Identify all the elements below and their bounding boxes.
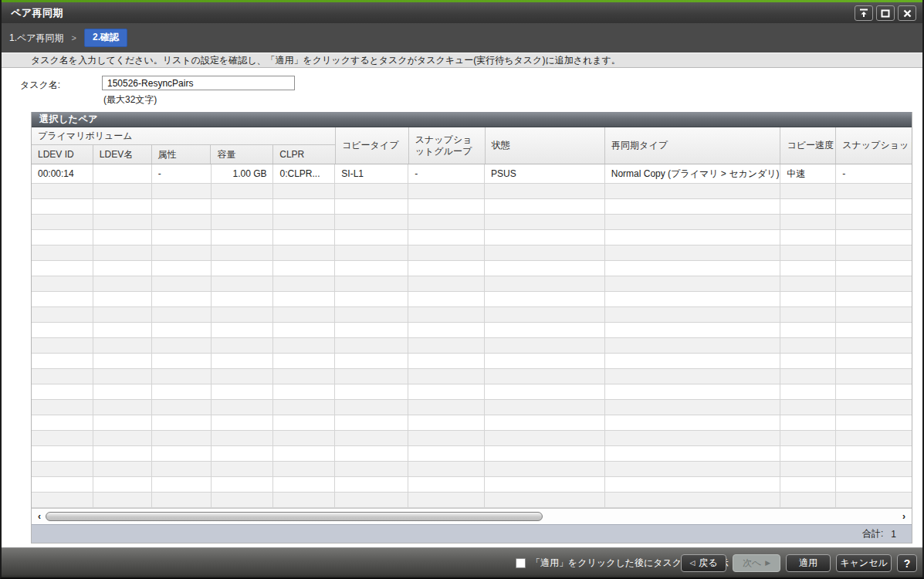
table-cell [408, 415, 485, 431]
table-cell [335, 199, 408, 215]
task-name-input[interactable] [102, 76, 295, 90]
table-row[interactable]: 00:00:14-1.00 GB0:CLPR...SI-L1-PSUSNorma… [32, 164, 912, 184]
table-cell [408, 477, 485, 493]
table-cell [273, 199, 335, 215]
horizontal-scrollbar[interactable]: ‹ › [32, 508, 912, 524]
table-cell [335, 431, 408, 446]
scroll-left-arrow[interactable]: ‹ [35, 511, 44, 522]
col-resync-type[interactable]: 再同期タイプ [605, 127, 780, 164]
table-cell [273, 307, 335, 323]
table-cell [32, 384, 93, 400]
table-cell [605, 230, 781, 245]
col-attribute[interactable]: 属性 [152, 145, 212, 164]
table-cell [93, 230, 152, 245]
table-cell [836, 245, 912, 261]
col-ldev-id[interactable]: LDEV ID [32, 145, 93, 164]
apply-button-label: 適用 [799, 557, 817, 570]
table-cell [605, 338, 781, 354]
table-cell [408, 384, 485, 400]
col-status[interactable]: 状態 [486, 127, 606, 164]
col-ldev-name[interactable]: LDEV名 [93, 145, 152, 164]
popout-button[interactable] [855, 5, 873, 21]
table-row [32, 261, 912, 276]
table-cell [152, 307, 212, 323]
table-cell [32, 400, 93, 415]
table-row [32, 477, 912, 493]
close-icon [903, 9, 912, 18]
table-cell [780, 292, 836, 307]
back-button[interactable]: ◁ 戻る [681, 554, 726, 572]
table-cell: 1.00 GB [212, 164, 274, 184]
col-snapshot-group[interactable]: スナップショットグループ [409, 127, 486, 164]
wizard-steps: 1.ペア再同期 > 2.確認 [2, 23, 922, 52]
table-cell: 0:CLPR... [273, 164, 335, 184]
popout-icon [859, 8, 868, 18]
table-cell [152, 493, 212, 508]
table-cell [408, 400, 485, 415]
table-cell [836, 462, 912, 477]
total-bar: 合計: 1 [32, 524, 912, 543]
table-cell [93, 245, 152, 261]
table-cell [93, 493, 152, 508]
table-cell [93, 323, 152, 338]
scroll-right-arrow[interactable]: › [899, 511, 909, 522]
table-cell [93, 415, 152, 431]
table-row [32, 369, 912, 384]
table-cell [605, 307, 781, 323]
table-cell [836, 354, 912, 369]
table-cell [605, 261, 781, 276]
show-task-screen-checkbox[interactable] [516, 558, 526, 568]
table-cell [605, 446, 781, 462]
maximize-icon [881, 9, 890, 18]
scrollbar-thumb[interactable] [46, 512, 543, 521]
apply-button[interactable]: 適用 [786, 554, 831, 572]
table-cell [485, 276, 605, 292]
help-button[interactable]: ? [897, 554, 917, 572]
table-cell [212, 307, 274, 323]
table-cell [836, 307, 912, 323]
table-cell [485, 369, 605, 384]
table-cell [485, 338, 605, 354]
table-cell [836, 215, 912, 230]
table-cell [273, 493, 335, 508]
table-row [32, 400, 912, 415]
table-body: 00:00:14-1.00 GB0:CLPR...SI-L1-PSUSNorma… [32, 164, 912, 508]
table-cell: PSUS [485, 164, 605, 184]
table-cell [605, 215, 781, 230]
table-cell [605, 369, 781, 384]
cancel-button[interactable]: キャンセル [836, 554, 892, 572]
selected-pairs-table: 選択したペア プライマリボリューム LDEV ID LDEV名 属性 容量 CL… [31, 112, 912, 543]
table-row [32, 354, 912, 369]
table-cell [335, 493, 408, 508]
table-cell [780, 323, 836, 338]
col-copy-pace[interactable]: コピー速度 [780, 127, 836, 164]
table-cell [605, 292, 781, 307]
table-cell [212, 462, 274, 477]
table-cell [152, 338, 212, 354]
table-cell [780, 338, 836, 354]
step-1-pair-resync[interactable]: 1.ペア再同期 [9, 32, 64, 45]
col-snapshot-time[interactable]: スナップショット取得時刻 [836, 127, 912, 164]
table-cell [335, 215, 408, 230]
back-button-label: 戻る [699, 557, 717, 570]
table-cell [485, 184, 605, 199]
table-cell [93, 199, 152, 215]
table-row [32, 415, 912, 431]
table-cell [780, 446, 836, 462]
table-cell: 00:00:14 [32, 164, 93, 184]
table-cell [273, 292, 335, 307]
table-cell [273, 184, 335, 199]
col-copy-type[interactable]: コピータイプ [336, 127, 409, 164]
primary-volume-group-header: プライマリボリューム [32, 127, 335, 145]
table-cell [212, 276, 274, 292]
close-button[interactable] [898, 5, 916, 21]
table-cell [273, 215, 335, 230]
maximize-button[interactable] [876, 5, 895, 21]
col-capacity[interactable]: 容量 [211, 145, 273, 164]
table-cell [485, 292, 605, 307]
table-cell [212, 400, 274, 415]
table-cell [485, 307, 605, 323]
table-cell [152, 230, 212, 245]
table-cell [408, 245, 485, 261]
col-clpr[interactable]: CLPR [273, 145, 335, 164]
